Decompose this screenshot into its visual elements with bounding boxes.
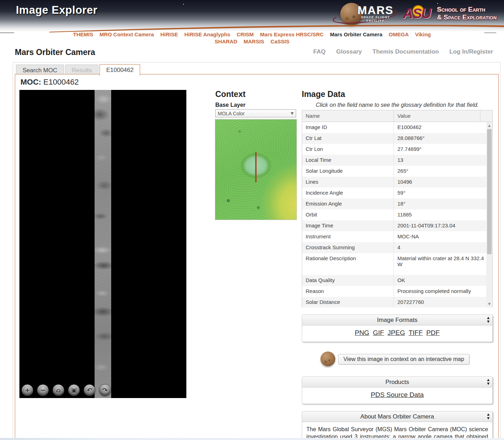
nav-link-cassis[interactable]: CaSSIS (271, 38, 289, 44)
logo-group: MARS SPACE FLIGHT FACILITY ASU School of… (335, 1, 498, 29)
zoom-in-button[interactable]: + (22, 384, 33, 396)
field-value: E1000462 (394, 122, 486, 133)
image-formats-header[interactable]: Image Formats ▲▼ (302, 315, 492, 325)
mars-logo-text: MARS (352, 5, 399, 16)
table-row-solar-distance: Solar Distance207227760 (302, 297, 492, 307)
table-row-emission-angle: Emission Angle18° (302, 198, 492, 209)
field-name[interactable]: Rationale Description (302, 253, 394, 275)
table-row-local-time: Local Time13 (302, 155, 492, 166)
util-link-log-in-register[interactable]: Log In/Register (449, 48, 493, 55)
nav-link-omega[interactable]: OMEGA (389, 31, 409, 37)
field-value: 27.74899° (394, 144, 486, 155)
field-name[interactable]: Solar Longitude (302, 166, 394, 177)
school-of-earth-logo: School of Earth & Space Exploration (437, 6, 497, 21)
field-name[interactable]: Reason (302, 286, 394, 297)
context-map[interactable] (215, 119, 297, 220)
field-name[interactable]: Emission Angle (302, 198, 394, 209)
about-header[interactable]: About Mars Orbiter Camera ▲▼ (302, 411, 492, 422)
page: Image Explorer MARS SPACE FLIGHT FACILIT… (0, 0, 504, 440)
field-name[interactable]: Solar Distance (302, 297, 394, 307)
table-row-reason: ReasonProcessing completed normally (302, 286, 492, 297)
field-name[interactable]: Image ID (302, 122, 394, 133)
format-link-jpeg[interactable]: JPEG (388, 329, 405, 336)
format-link-pdf[interactable]: PDF (426, 329, 440, 336)
viewer-controls: +−⌂▣↶↷ (22, 384, 111, 396)
table-row-solar-longitude: Solar Longitude265° (302, 166, 492, 177)
field-value: 2001-11-04T09:17:23.04 (394, 220, 486, 231)
format-link-tiff[interactable]: TIFF (409, 329, 423, 336)
moc-image-strip[interactable] (95, 90, 111, 398)
field-name[interactable]: Ctr Lat (302, 133, 394, 144)
interactive-map-button[interactable]: View this image in context on an interac… (338, 354, 469, 365)
field-name[interactable]: Instrument (302, 231, 394, 242)
bottom-edge-bar (0, 438, 504, 440)
redo-button[interactable]: ↷ (99, 384, 111, 396)
field-name[interactable]: Local Time (302, 155, 394, 166)
nav-link-hirise[interactable]: HiRISE (160, 31, 178, 37)
collapse-toggle-icon[interactable]: ▲▼ (487, 412, 490, 420)
table-row-image-id: Image IDE1000462 (302, 122, 492, 133)
image-data-table: Name Value Image IDE1000462Ctr Lat28.088… (302, 110, 493, 307)
format-link-png[interactable]: PNG (355, 329, 369, 336)
table-scrollbar[interactable]: ▲ ▼ (486, 122, 492, 307)
table-body: Image IDE1000462Ctr Lat28.088766°Ctr Lon… (302, 122, 492, 307)
base-layer-select[interactable]: MOLA Color ▼ (215, 109, 296, 117)
table-row-instrument: InstrumentMOC-NA (302, 231, 492, 242)
image-data-subtitle: Click on the field name to see the gloss… (302, 102, 493, 108)
util-link-glossary[interactable]: Glossary (336, 48, 362, 55)
page-title: Mars Orbiter Camera (15, 48, 95, 57)
moc-heading-id: E1000462 (43, 78, 79, 86)
scroll-down-icon[interactable]: ▼ (486, 301, 492, 307)
field-value: 11885 (394, 209, 486, 220)
context-heading: Context (215, 90, 246, 99)
image-viewer[interactable]: +−⌂▣↶↷ (19, 90, 186, 398)
asu-logo: ASU (403, 4, 433, 23)
mars-globe-button-icon[interactable] (320, 352, 335, 366)
moc-heading: MOC: E1000462 (20, 78, 79, 87)
collapse-toggle-icon[interactable]: ▲▼ (487, 378, 490, 386)
field-name[interactable]: Ctr Lon (302, 144, 394, 155)
base-layer-value: MOLA Color (218, 111, 245, 116)
products-header[interactable]: Products ▲▼ (302, 377, 492, 387)
field-name[interactable]: Lines (302, 177, 394, 188)
zoom-out-button[interactable]: − (37, 384, 49, 396)
tab-e1000462[interactable]: E1000462 (100, 64, 140, 76)
util-link-themis-documentation[interactable]: Themis Documentation (372, 48, 439, 55)
mars-logo-subtext: SPACE FLIGHT FACILITY (352, 16, 399, 23)
column-header-scroll (480, 110, 492, 122)
format-link-gif[interactable]: GIF (373, 329, 384, 336)
table-row-rationale-description: Rationale DescriptionMaterial within cra… (302, 253, 492, 275)
products-box: Products ▲▼ PDS Source Data (302, 377, 493, 404)
util-link-faq[interactable]: FAQ (313, 48, 326, 55)
field-name[interactable]: Incidence Angle (302, 188, 394, 198)
field-name[interactable]: Data Quality (302, 275, 394, 286)
nav-link-sharad[interactable]: SHARAD (215, 38, 237, 44)
nav-link-themis[interactable]: THEMIS (73, 31, 93, 37)
field-name[interactable]: Image Time (302, 220, 394, 231)
nav-link-mars-express-hrsc-src[interactable]: Mars Express HRSC/SRC (260, 31, 324, 37)
collapse-toggle-icon[interactable]: ▲▼ (487, 316, 490, 324)
field-value: 28.088766° (394, 133, 486, 144)
scrollbar-thumb[interactable] (487, 129, 492, 254)
nav-link-hirise-anaglyphs[interactable]: HiRISE Anaglyphs (184, 31, 230, 37)
image-format-links: PNGGIFJPEGTIFFPDF (302, 325, 492, 342)
scroll-up-icon[interactable]: ▲ (486, 123, 492, 128)
field-name[interactable]: Crosstrack Summing (302, 242, 394, 253)
nav-link-viking[interactable]: Viking (415, 31, 431, 37)
undo-button[interactable]: ↶ (84, 384, 95, 396)
nav-link-mars-orbiter-camera[interactable]: Mars Orbiter Camera (330, 31, 382, 37)
full-size-button[interactable]: ▣ (68, 384, 80, 396)
home-button[interactable]: ⌂ (53, 384, 64, 396)
mars-sff-logo: MARS SPACE FLIGHT FACILITY (335, 2, 399, 28)
nav-link-crism[interactable]: CRISM (236, 31, 253, 37)
table-row-ctr-lon: Ctr Lon27.74899° (302, 144, 492, 155)
nav-row-1: THEMISMRO Context CameraHiRISEHiRISE Ana… (0, 31, 504, 38)
table-row-crosstrack-summing: Crosstrack Summing4 (302, 242, 492, 253)
field-name[interactable]: Orbit (302, 209, 394, 220)
product-link-pds-source-data[interactable]: PDS Source Data (371, 391, 424, 398)
nav-link-marsis[interactable]: MARSIS (244, 38, 264, 44)
primary-nav: THEMISMRO Context CameraHiRISEHiRISE Ana… (0, 31, 504, 45)
nav-link-mro-context-camera[interactable]: MRO Context Camera (100, 31, 154, 37)
field-value: Material within crater at 28.4 N 332.4 W (394, 253, 486, 275)
field-value: 10496 (394, 177, 486, 188)
